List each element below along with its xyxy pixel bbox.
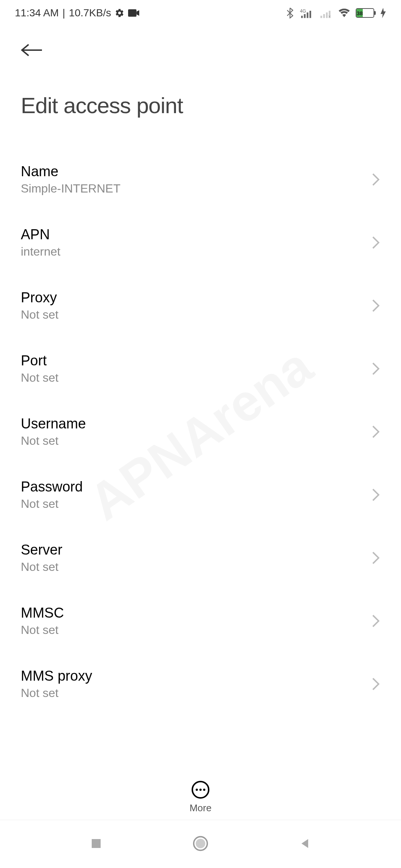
wifi-icon [339, 9, 350, 17]
signal-4g-icon: 4G [300, 8, 313, 18]
setting-label: Proxy [21, 290, 58, 306]
svg-rect-12 [92, 839, 101, 848]
status-time: 11:34 AM [15, 7, 59, 19]
back-button[interactable] [21, 37, 47, 63]
setting-value: Not set [21, 497, 83, 511]
svg-rect-6 [320, 16, 322, 18]
setting-row-apn[interactable]: APN internet [21, 211, 380, 274]
circle-icon [192, 835, 209, 852]
nav-back-button[interactable] [298, 837, 312, 852]
svg-text:4G: 4G [300, 9, 306, 14]
setting-value: internet [21, 245, 61, 259]
chevron-right-icon [371, 488, 380, 502]
setting-label: Name [21, 164, 120, 180]
svg-rect-3 [304, 14, 306, 18]
svg-rect-2 [301, 16, 303, 18]
svg-rect-7 [323, 14, 325, 18]
more-button[interactable]: More [0, 770, 401, 814]
chevron-right-icon [371, 362, 380, 376]
setting-label: MMSC [21, 605, 64, 621]
svg-point-14 [196, 839, 205, 848]
square-icon [89, 837, 103, 850]
more-label: More [189, 802, 211, 814]
signal-nosim-icon: × [319, 8, 333, 18]
setting-value: Not set [21, 686, 92, 700]
svg-rect-8 [326, 13, 328, 18]
status-bar: 11:34 AM | 10.7KB/s 4G × 38 [0, 0, 401, 26]
setting-row-mmsc[interactable]: MMSC Not set [21, 589, 380, 652]
chevron-right-icon [371, 614, 380, 628]
arrow-left-icon [21, 43, 43, 57]
setting-value: Not set [21, 308, 58, 322]
chevron-right-icon [371, 551, 380, 565]
navigation-bar [0, 820, 401, 868]
chevron-right-icon [371, 236, 380, 250]
triangle-left-icon [298, 837, 312, 850]
chevron-right-icon [371, 172, 380, 187]
setting-value: Simple-INTERNET [21, 182, 120, 195]
setting-label: Password [21, 479, 83, 495]
settings-list: Name Simple-INTERNET APN internet Proxy … [0, 148, 401, 716]
setting-label: MMS proxy [21, 668, 92, 684]
chevron-right-icon [371, 299, 380, 313]
nav-recents-button[interactable] [89, 837, 103, 852]
bluetooth-icon [286, 7, 294, 19]
status-speed: 10.7KB/s [69, 7, 111, 19]
battery-icon: 38 [356, 8, 374, 18]
setting-value: Not set [21, 560, 62, 574]
setting-value: Not set [21, 371, 58, 385]
setting-row-password[interactable]: Password Not set [21, 463, 380, 526]
setting-label: Server [21, 542, 62, 558]
setting-row-username[interactable]: Username Not set [21, 400, 380, 463]
page-title: Edit access point [21, 93, 380, 118]
setting-value: Not set [21, 623, 64, 637]
setting-label: Username [21, 416, 86, 432]
setting-value: Not set [21, 434, 86, 448]
setting-row-server[interactable]: Server Not set [21, 526, 380, 589]
setting-label: Port [21, 353, 58, 369]
setting-row-proxy[interactable]: Proxy Not set [21, 274, 380, 337]
setting-label: APN [21, 227, 61, 243]
chevron-right-icon [371, 677, 380, 691]
camera-icon [128, 9, 139, 17]
setting-row-name[interactable]: Name Simple-INTERNET [21, 148, 380, 211]
svg-text:×: × [328, 14, 331, 19]
more-icon [192, 781, 209, 799]
charging-icon [380, 8, 386, 18]
svg-rect-0 [128, 9, 137, 17]
svg-rect-5 [310, 11, 312, 18]
gear-icon [115, 8, 124, 18]
nav-home-button[interactable] [192, 835, 209, 853]
chevron-right-icon [371, 425, 380, 439]
status-sep: | [62, 7, 65, 19]
setting-row-port[interactable]: Port Not set [21, 337, 380, 400]
setting-row-mmsproxy[interactable]: MMS proxy Not set [21, 652, 380, 716]
svg-rect-4 [307, 13, 309, 18]
